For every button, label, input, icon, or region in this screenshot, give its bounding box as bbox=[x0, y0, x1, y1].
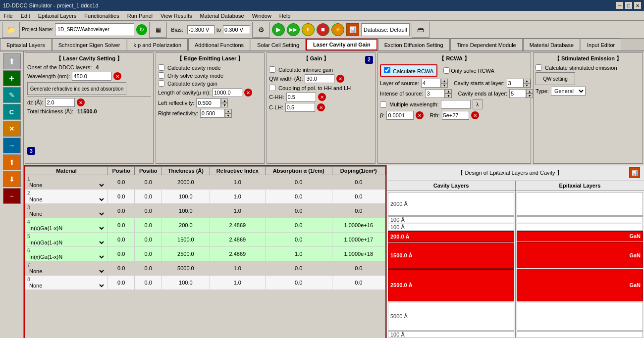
wavelength-settings-button[interactable]: λ bbox=[473, 99, 483, 109]
restore-button[interactable]: □ bbox=[625, 2, 632, 9]
cross-tool-button[interactable]: ✕ bbox=[3, 121, 21, 137]
layer-source-input[interactable] bbox=[421, 79, 441, 88]
coupling-checkbox[interactable] bbox=[269, 85, 275, 91]
menu-material-db[interactable]: Material Database bbox=[196, 11, 248, 21]
menu-edit[interactable]: Edit bbox=[17, 11, 34, 21]
refresh-button[interactable]: ↻ bbox=[136, 24, 147, 35]
menu-run-panel[interactable]: Run Panel bbox=[123, 11, 157, 21]
tab-schrodinger[interactable]: Schrodinger Eigen Solver bbox=[52, 39, 127, 50]
remove-tool-button[interactable]: − bbox=[3, 188, 21, 204]
left-refl-input[interactable] bbox=[196, 98, 221, 107]
left-refl-down-btn[interactable]: ▼ bbox=[221, 103, 228, 107]
calc-cavity-mode-checkbox[interactable] bbox=[158, 64, 164, 71]
multiple-wavelength-checkbox[interactable] bbox=[380, 101, 386, 108]
menu-functionalities[interactable]: Functionalities bbox=[80, 11, 123, 21]
material-select-8[interactable]: None bbox=[27, 282, 106, 289]
intense-source-up-btn[interactable]: ▲ bbox=[445, 89, 452, 94]
add-tool-button[interactable]: + bbox=[3, 70, 21, 86]
material-select-6[interactable]: In(x)Ga(1-x)N bbox=[27, 253, 106, 260]
chh-clear-button[interactable]: ✕ bbox=[318, 93, 326, 101]
clh-input[interactable] bbox=[285, 103, 315, 112]
menu-epitaxial-layers[interactable]: Epitaxial Layers bbox=[34, 11, 81, 21]
tab-time-dependent[interactable]: Time Dependent Module bbox=[450, 39, 523, 50]
cavity-starts-down-btn[interactable]: ▼ bbox=[524, 83, 531, 88]
calc-stim-emission-checkbox[interactable] bbox=[536, 64, 542, 71]
settings-icon[interactable]: ⚙ bbox=[252, 22, 270, 38]
chh-input[interactable] bbox=[286, 93, 316, 101]
menu-help[interactable]: Help bbox=[275, 11, 295, 21]
tab-epitaxial-layers[interactable]: Epitaxial Layers bbox=[0, 39, 52, 50]
run-step-button[interactable]: ▶▶ bbox=[287, 23, 300, 36]
generate-button[interactable]: Generate refractive indices and absorpti… bbox=[27, 82, 126, 95]
clh-clear-button[interactable]: ✕ bbox=[317, 103, 325, 111]
intense-source-down-btn[interactable]: ▼ bbox=[445, 94, 452, 98]
material-select-7[interactable]: None bbox=[27, 268, 106, 275]
beta-clear-button[interactable]: ✕ bbox=[416, 111, 424, 119]
upload-tool-button[interactable]: ⬆ bbox=[3, 53, 21, 69]
material-select-1[interactable]: None bbox=[27, 182, 106, 189]
qw-setting-button[interactable]: QW setting bbox=[536, 72, 575, 85]
close-button[interactable]: ✕ bbox=[634, 2, 641, 9]
length-cavity-input[interactable] bbox=[213, 88, 242, 97]
database-icon[interactable]: 🗃 bbox=[412, 22, 429, 38]
layer-source-up-btn[interactable]: ▲ bbox=[441, 79, 448, 83]
bias-from-input[interactable] bbox=[187, 25, 215, 34]
material-select-4[interactable]: In(x)Ga(1-x)N bbox=[27, 225, 106, 232]
other-run-button[interactable]: ⚡ bbox=[331, 23, 344, 36]
menu-view-results[interactable]: View Results bbox=[157, 11, 196, 21]
calc-intrinsic-gain-checkbox[interactable] bbox=[269, 66, 275, 73]
cavity-ends-input[interactable] bbox=[509, 89, 526, 98]
tab-material-db[interactable]: Material Database bbox=[523, 39, 580, 50]
only-solve-rcwa-checkbox[interactable] bbox=[443, 67, 450, 74]
diagram-chart-button[interactable]: 📊 bbox=[629, 167, 640, 178]
bias-to-input[interactable] bbox=[223, 25, 250, 34]
left-refl-up-btn[interactable]: ▲ bbox=[221, 98, 228, 103]
rth-clear-button[interactable]: ✕ bbox=[471, 111, 479, 119]
right-refl-up-btn[interactable]: ▲ bbox=[225, 109, 232, 113]
tab-additional-functions[interactable]: Additional Functions bbox=[188, 39, 250, 50]
edit-tool-button[interactable]: ✎ bbox=[3, 87, 21, 103]
open-project-icon[interactable]: 📁 bbox=[2, 22, 20, 38]
material-select-2[interactable]: None bbox=[27, 196, 106, 203]
length-cavity-clear-button[interactable]: ✕ bbox=[244, 89, 252, 97]
dz-clear-button[interactable]: ✕ bbox=[77, 98, 85, 106]
tab-laser-cavity[interactable]: Laser Cavity and Gain bbox=[306, 39, 377, 50]
right-refl-down-btn[interactable]: ▼ bbox=[225, 113, 232, 118]
wavelength-input[interactable] bbox=[72, 72, 111, 81]
move-down-tool-button[interactable]: ⬇ bbox=[3, 171, 21, 187]
multiple-wavelength-input[interactable] bbox=[441, 100, 471, 109]
stop-button[interactable]: ■ bbox=[317, 23, 329, 36]
calc-cavity-gain-checkbox[interactable] bbox=[158, 80, 164, 87]
move-up-tool-button[interactable]: ⬆ bbox=[3, 154, 21, 170]
menu-file[interactable]: File bbox=[0, 11, 17, 21]
copy-tool-button[interactable]: C bbox=[3, 104, 21, 120]
tab-exciton-diffusion[interactable]: Exciton Diffusion Setting bbox=[378, 39, 450, 50]
calculate-rcwa-checkbox[interactable] bbox=[384, 67, 390, 73]
qw-width-clear-button[interactable]: ✕ bbox=[336, 75, 344, 83]
layer-source-down-btn[interactable]: ▼ bbox=[441, 83, 448, 88]
qw-width-input[interactable] bbox=[305, 74, 334, 83]
right-refl-input[interactable] bbox=[200, 109, 225, 118]
pause-button[interactable]: ⏸ bbox=[302, 23, 315, 36]
cavity-starts-up-btn[interactable]: ▲ bbox=[524, 79, 531, 83]
cavity-starts-input[interactable] bbox=[507, 79, 524, 88]
beta-input[interactable] bbox=[386, 111, 414, 120]
tab-input-editor[interactable]: Input Editor bbox=[581, 39, 621, 50]
intense-source-input[interactable] bbox=[425, 89, 445, 98]
run-button[interactable]: ▶ bbox=[272, 23, 285, 36]
grid-icon[interactable]: ▦ bbox=[149, 22, 167, 38]
type-select[interactable]: General bbox=[551, 87, 586, 96]
material-select-3[interactable]: None bbox=[27, 210, 106, 217]
menu-window[interactable]: Window bbox=[248, 11, 275, 21]
tab-solar-cell[interactable]: Solar Cell Setting bbox=[251, 39, 306, 50]
material-select-5[interactable]: In(x)Ga(1-x)N bbox=[27, 239, 106, 246]
cavity-ends-up-btn[interactable]: ▲ bbox=[526, 89, 533, 94]
chart-button[interactable]: 📊 bbox=[346, 23, 359, 36]
arrow-right-tool-button[interactable]: → bbox=[3, 138, 21, 153]
minimize-button[interactable]: ─ bbox=[616, 2, 623, 9]
wavelength-clear-button[interactable]: ✕ bbox=[113, 72, 121, 80]
rth-input[interactable] bbox=[442, 111, 469, 120]
cavity-ends-down-btn[interactable]: ▼ bbox=[526, 94, 533, 98]
tab-kp-polarization[interactable]: k·p and Polarization bbox=[127, 39, 188, 50]
only-solve-cavity-checkbox[interactable] bbox=[158, 72, 164, 79]
